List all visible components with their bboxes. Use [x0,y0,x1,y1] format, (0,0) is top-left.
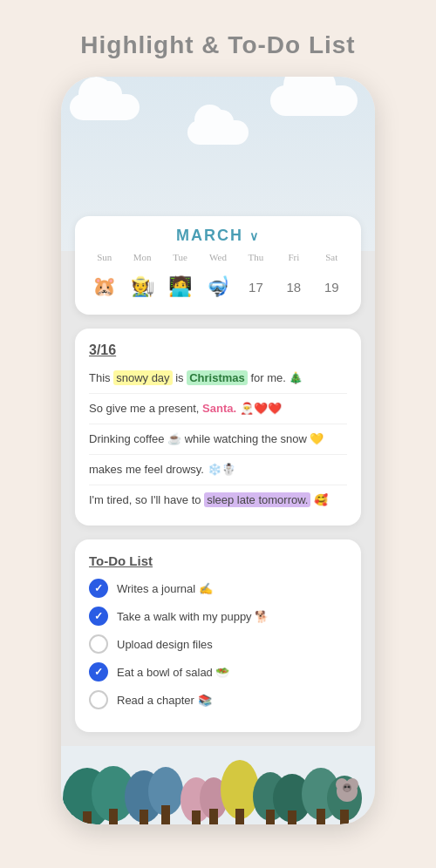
weekday-thu: Thu [238,252,273,262]
svg-rect-11 [209,809,218,824]
todo-item-2[interactable]: Take a walk with my puppy 🐕 [89,607,347,626]
todo-item-5[interactable]: Read a chapter 📚 [89,690,347,709]
weekdays-row: Sun Mon Tue Wed Thu Fri Sat [85,252,351,262]
weekday-sun: Sun [87,252,122,262]
weekday-wed: Wed [201,252,235,262]
todo-label-3: Upload design files [117,638,213,651]
todo-label-4: Eat a bowl of salad 🥗 [117,666,229,679]
month-heart-icon: ∨ [249,229,260,243]
forest-bottom [61,746,375,824]
todo-card: To-Do List Writes a journal ✍️ Take a wa… [75,539,361,732]
journal-card: 3/16 This snowy day is Christmas for me.… [75,329,361,526]
cal-cell-tue[interactable]: 🧑‍💻 [163,268,198,306]
phone-inner: MARCH ∨ Sun Mon Tue Wed Thu Fri Sat 🐹 🧑‍… [61,77,375,824]
journal-date: 3/16 [89,342,347,358]
weekday-sat: Sat [314,252,349,262]
journal-line-1: This snowy day is Christmas for me. 🎄 [89,369,347,388]
forest-svg [61,746,375,824]
todo-item-3[interactable]: Upload design files [89,634,347,654]
highlight-christmas: Christmas [187,370,248,385]
cal-cell-wed[interactable]: 🤿 [201,268,235,306]
svg-point-26 [344,786,347,789]
todo-item-4[interactable]: Eat a bowl of salad 🥗 [89,662,347,682]
calendar-row: 🐹 🧑‍🌾 🧑‍💻 🤿 17 18 19 [85,268,351,306]
cloud-1 [70,94,140,120]
journal-line-3: Drinking coffee ☕ while watching the sno… [89,430,347,449]
todo-check-1[interactable] [89,579,108,598]
journal-line-2: So give me a present, Santa. 🎅❤️❤️ [89,399,347,418]
svg-rect-16 [266,810,275,824]
todo-item-1[interactable]: Writes a journal ✍️ [89,579,347,598]
journal-line-5: I'm tired, so I'll have to sleep late to… [89,491,347,510]
highlight-santa: Santa. [202,402,236,415]
todo-check-2[interactable] [89,607,108,626]
svg-point-27 [348,786,351,789]
cal-cell-19[interactable]: 19 [314,268,349,306]
todo-heading: To-Do List [89,553,347,568]
cal-cell-sun[interactable]: 🐹 [87,268,122,306]
svg-rect-10 [192,810,201,824]
phone-frame: MARCH ∨ Sun Mon Tue Wed Thu Fri Sat 🐹 🧑‍… [61,77,375,824]
weekday-tue: Tue [163,252,198,262]
svg-rect-3 [109,809,118,824]
month-header: MARCH ∨ [85,227,351,245]
calendar-card: MARCH ∨ Sun Mon Tue Wed Thu Fri Sat 🐹 🧑‍… [75,216,361,315]
todo-check-5[interactable] [89,690,108,709]
todo-check-3[interactable] [89,634,108,654]
cal-cell-18[interactable]: 18 [276,268,311,306]
svg-rect-21 [340,810,349,824]
svg-rect-2 [83,811,92,824]
cal-cell-17[interactable]: 17 [238,268,273,306]
todo-label-2: Take a walk with my puppy 🐕 [117,610,269,623]
cloud-2 [270,85,358,116]
cal-cell-mon[interactable]: 🧑‍🌾 [125,268,160,306]
highlight-snowy: snowy day [113,370,172,385]
weekday-mon: Mon [125,252,160,262]
svg-rect-13 [235,809,244,824]
svg-rect-6 [140,810,148,824]
svg-point-28 [344,788,350,791]
todo-check-4[interactable] [89,662,108,682]
journal-line-4: makes me feel drowsy. ❄️☃️ [89,460,347,479]
page-title: Highlight & To-Do List [80,31,355,59]
svg-rect-17 [288,810,296,824]
svg-rect-20 [317,809,325,824]
todo-label-5: Read a chapter 📚 [117,694,212,707]
cloud-3 [187,120,249,145]
highlight-sleep: sleep late tomorrow. [204,492,310,507]
weekday-fri: Fri [276,252,311,262]
todo-label-1: Writes a journal ✍️ [117,582,213,595]
svg-rect-7 [161,805,170,824]
